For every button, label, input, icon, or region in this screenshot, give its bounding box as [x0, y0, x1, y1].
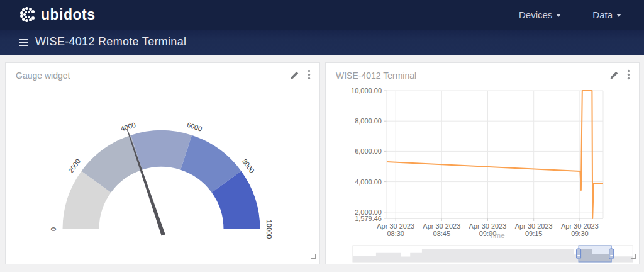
terminal-line-chart[interactable]: 10,000.008,000.006,000.004,000.002,000.0… — [326, 63, 640, 265]
navbar-menu: Devices Data — [519, 0, 621, 30]
gauge-tick-label: 6000 — [186, 121, 203, 133]
x-tick-date: Apr 30 2023 — [515, 222, 553, 230]
gauge-tick-label: 10000 — [265, 220, 273, 239]
x-tick-date: Apr 30 2023 — [377, 222, 414, 230]
gauge-tick-label: 0 — [50, 227, 57, 231]
range-navigator[interactable] — [353, 246, 633, 262]
x-tick-date: Apr 30 2023 — [423, 222, 460, 230]
navigator-resize-handle[interactable] — [577, 249, 581, 259]
chevron-down-icon — [616, 14, 621, 17]
top-navbar: ubidots Devices Data — [0, 0, 644, 30]
navigator-mask-left — [353, 246, 579, 262]
resize-handle[interactable] — [311, 254, 316, 259]
nav-devices-dropdown[interactable]: Devices — [519, 9, 561, 20]
navigator-selection-window[interactable] — [579, 246, 611, 262]
chevron-down-icon — [556, 14, 561, 17]
gauge-chart[interactable]: 0200040006000800010000 — [6, 63, 321, 265]
y-tick-label: 4,000.00 — [355, 178, 382, 186]
x-tick-date: Apr 30 2023 — [469, 222, 507, 230]
gauge-tick-label: 8000 — [241, 157, 256, 174]
x-axis-labels: Apr 30 202308:30Apr 30 202308:45Apr 30 2… — [377, 222, 599, 239]
x-tick-time: 09:30 — [571, 230, 589, 237]
x-tick-date: Apr 30 2023 — [561, 222, 599, 230]
nav-data-label: Data — [592, 9, 613, 20]
gauge-arc — [63, 130, 260, 229]
ubidots-logo[interactable]: ubidots — [19, 6, 96, 23]
navigator-mask-right — [611, 246, 633, 262]
page-title: WISE-4012 Remote Terminal — [35, 35, 186, 48]
y-tick-label: 8,000.00 — [355, 117, 382, 125]
hamburger-menu-icon[interactable] — [19, 39, 28, 48]
y-axis-labels: 10,000.008,000.006,000.004,000.002,000.0… — [351, 87, 382, 222]
ubidots-logo-icon — [19, 6, 36, 23]
gauge-widget-card: Gauge widget 0200040006000800010000 — [5, 62, 320, 264]
y-tick-label: 10,000.00 — [351, 87, 382, 94]
dashboard-header: WISE-4012 Remote Terminal — [0, 30, 644, 55]
x-axis-title: Time — [489, 232, 504, 239]
logo-text: ubidots — [41, 6, 96, 23]
y-tick-label: 6,000.00 — [355, 147, 382, 155]
navigator-resize-handle[interactable] — [609, 249, 614, 259]
x-tick-time: 08:45 — [433, 230, 451, 237]
gauge-tick-label: 2000 — [67, 157, 82, 174]
x-tick-time: 09:15 — [525, 230, 543, 237]
x-tick-time: 08:30 — [387, 230, 404, 237]
nav-data-dropdown[interactable]: Data — [592, 9, 621, 20]
chart-grid — [384, 91, 603, 221]
terminal-widget-card: WISE-4012 Terminal 10,000.008,000.006,00… — [325, 62, 640, 264]
y-axis-min-label: 1,579.46 — [355, 215, 382, 222]
resize-handle[interactable] — [631, 254, 636, 259]
series-line — [387, 91, 603, 218]
nav-devices-label: Devices — [519, 9, 552, 20]
